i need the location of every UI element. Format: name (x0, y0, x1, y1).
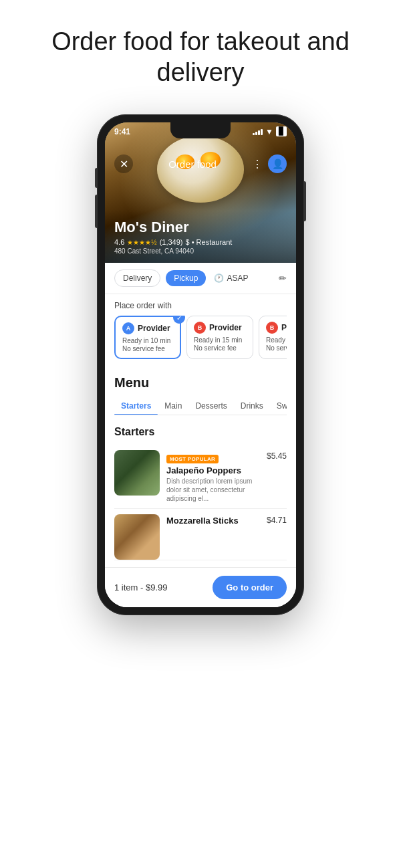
order-tabs: Delivery Pickup 🕐 ASAP ✏ (105, 263, 296, 294)
tab-main[interactable]: Main (158, 397, 188, 415)
provider-card-b2[interactable]: B Provid Ready in 15 No service f (259, 316, 287, 359)
hero-overlay: Mo's Diner 4.6 ★★★★½ (1,349) $ • Restaur… (105, 211, 296, 263)
starters-title: Starters (114, 426, 287, 438)
time-label: ASAP (227, 274, 248, 283)
phone-frame: 9:41 ▼ ▊ (97, 114, 304, 615)
provider-card-a[interactable]: ✓ A Provider Ready in 10 min No service … (114, 316, 181, 359)
tab-desserts[interactable]: Desserts (188, 397, 233, 415)
tab-starters[interactable]: Starters (114, 397, 158, 415)
clock-icon: 🕐 (214, 274, 224, 283)
provider-b2-header: B Provid (266, 322, 287, 334)
food-img-green (114, 450, 160, 496)
provider-a-fee: No service fee (122, 345, 173, 352)
provider-b2-badge: B (266, 322, 278, 334)
page-headline: Order food for takeout and delivery (0, 27, 401, 88)
provider-a-badge: A (122, 322, 134, 334)
avatar[interactable]: 👤 (268, 154, 287, 173)
provider-b1-ready: Ready in 15 min (194, 336, 246, 344)
tab-drinks[interactable]: Drinks (234, 397, 270, 415)
tab-pickup[interactable]: Pickup (166, 270, 206, 286)
price-range: $ • Restaurant (186, 238, 233, 246)
menu-item-mozzarella-sticks[interactable]: Mozzarella Sticks $4.71 (114, 509, 287, 560)
nav-right-actions: ⋮ 👤 (252, 154, 287, 173)
provider-card-b1[interactable]: B Provider Ready in 15 min No service fe… (186, 316, 253, 359)
provider-b1-header: B Provider (194, 322, 246, 334)
status-time: 9:41 (114, 127, 130, 136)
phone-side-btn-volume-down (95, 195, 97, 228)
provider-a-name: Provider (138, 324, 170, 333)
restaurant-name: Mo's Diner (114, 219, 287, 236)
mozzarella-sticks-info: Mozzarella Sticks (166, 514, 260, 560)
bottom-bar: 1 item - $9.99 Go to order (105, 567, 296, 607)
go-to-order-button[interactable]: Go to order (213, 576, 287, 599)
mozzarella-sticks-image (114, 514, 160, 560)
provider-b2-name: Provid (281, 323, 287, 332)
most-popular-badge: MOST POPULAR (166, 455, 219, 463)
starters-section: Starters MOST POPULAR Jalapeño Poppers D… (105, 419, 296, 567)
menu-icon[interactable]: ⋮ (252, 158, 263, 171)
page-wrapper: Order food for takeout and delivery (0, 0, 401, 868)
hero-image: 9:41 ▼ ▊ (105, 122, 296, 263)
menu-title: Menu (114, 375, 287, 391)
tab-sweets-treats[interactable]: Sweets & Treats (270, 397, 287, 415)
battery-icon: ▊ (276, 126, 287, 136)
wifi-icon: ▼ (265, 127, 273, 136)
content-area: Delivery Pickup 🕐 ASAP ✏ Place order wit… (105, 263, 296, 607)
provider-b2-fee: No service f (266, 344, 287, 352)
place-order-section: Place order with ✓ A Provider Ready in 1… (105, 294, 296, 367)
stars-icon: ★★★★½ (127, 239, 156, 246)
provider-a-header: A Provider (122, 322, 173, 334)
edit-icon[interactable]: ✏ (279, 273, 287, 284)
provider-b1-fee: No service fee (194, 344, 246, 352)
close-button[interactable]: ✕ (114, 154, 133, 173)
provider-a-ready: Ready in 10 min (122, 337, 173, 344)
jalapeno-poppers-info: MOST POPULAR Jalapeño Poppers Dish descr… (166, 450, 260, 503)
nav-title: Order food (168, 158, 217, 170)
signal-icon (253, 128, 263, 135)
tab-delivery[interactable]: Delivery (114, 269, 160, 287)
phone-side-btn-volume-up (95, 168, 97, 188)
phone-side-btn-power (304, 181, 306, 221)
restaurant-address: 480 Cast Street, CA 94040 (114, 247, 287, 255)
mozzarella-sticks-price: $4.71 (267, 514, 287, 560)
jalapeno-poppers-price: $5.45 (267, 450, 287, 503)
provider-b1-badge: B (194, 322, 206, 334)
place-order-label: Place order with (114, 301, 287, 310)
menu-tabs: Starters Main Desserts Drinks Sweets & T… (114, 397, 287, 415)
phone-screen: 9:41 ▼ ▊ (105, 122, 296, 607)
order-summary: 1 item - $9.99 (114, 582, 168, 592)
restaurant-rating-row: 4.6 ★★★★½ (1,349) $ • Restaurant (114, 238, 287, 246)
provider-b1-name: Provider (209, 323, 242, 332)
check-badge: ✓ (173, 316, 185, 324)
provider-b2-ready: Ready in 15 (266, 336, 287, 344)
review-count: (1,349) (160, 238, 183, 246)
phone-notch (170, 122, 231, 138)
menu-item-jalapeno-poppers[interactable]: MOST POPULAR Jalapeño Poppers Dish descr… (114, 445, 287, 509)
jalapeno-poppers-name: Jalapeño Poppers (166, 465, 260, 475)
providers-row: ✓ A Provider Ready in 10 min No service … (114, 316, 287, 359)
status-icons: ▼ ▊ (253, 126, 287, 136)
jalapeno-poppers-image (114, 450, 160, 496)
time-selector[interactable]: 🕐 ASAP (214, 274, 248, 283)
mozzarella-sticks-name: Mozzarella Sticks (166, 516, 260, 526)
jalapeno-poppers-desc: Dish description lorem ipsum dolor sit a… (166, 477, 260, 503)
rating-number: 4.6 (114, 238, 124, 246)
menu-section: Menu Starters Main Desserts Drinks Sweet… (105, 367, 296, 419)
food-img-brown (114, 514, 160, 560)
